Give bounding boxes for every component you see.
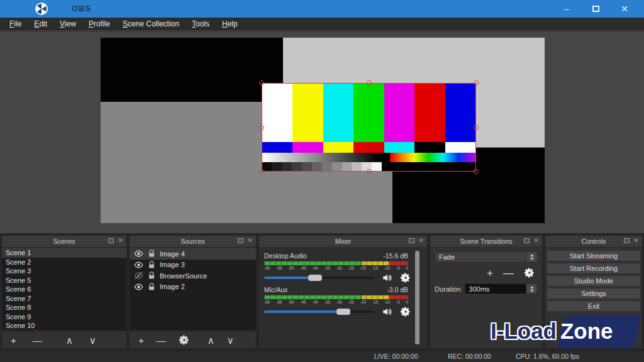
mixer-channel-mic-aux: Mic/Aux -3.0 dB -60-55-50-45-40-35-30-25… <box>264 286 408 315</box>
float-window-icon[interactable] <box>524 238 530 243</box>
settings-button[interactable]: Settings <box>547 288 641 299</box>
sources-panel-title: Sources <box>180 238 205 245</box>
transition-select[interactable]: Fade <box>435 251 538 263</box>
meter-scale: -60-55-50-45-40-35-30-25-20-15-10-50 <box>264 300 408 304</box>
add-source-button[interactable]: + <box>138 336 144 345</box>
remove-scene-button[interactable]: — <box>33 336 42 345</box>
meter-tick-label: -5 <box>396 300 400 304</box>
exit-button[interactable]: Exit <box>547 300 641 312</box>
studio-mode-button[interactable]: Studio Mode <box>547 275 641 287</box>
resize-handle-bottom-right[interactable] <box>474 169 479 174</box>
menu-edit[interactable]: Edit <box>31 18 54 30</box>
menu-scene-collection[interactable]: Scene Collection <box>119 18 186 30</box>
start-streaming-button[interactable]: Start Streaming <box>547 250 641 261</box>
resize-handle-bottom-center[interactable] <box>367 169 372 174</box>
duration-label: Duration <box>435 285 461 293</box>
channel-level-db: -3.0 dB <box>387 286 408 293</box>
visibility-eye-icon[interactable] <box>134 282 143 292</box>
scene-list-item[interactable]: Scene 1 <box>2 248 126 258</box>
remove-source-button[interactable]: — <box>157 336 166 345</box>
close-icon[interactable]: ✕ <box>634 238 639 244</box>
sources-panel-header[interactable]: Sources ✕ <box>130 236 256 248</box>
close-button[interactable]: ✕ <box>610 0 639 18</box>
close-icon[interactable]: ✕ <box>248 238 253 244</box>
float-window-icon[interactable] <box>108 238 114 243</box>
channel-settings-gear-icon[interactable] <box>400 272 411 283</box>
scene-list-item[interactable]: Scene 10 <box>2 321 126 331</box>
meter-tick-label: -45 <box>300 266 306 270</box>
speaker-icon[interactable] <box>381 306 394 317</box>
meter-tick-label: -50 <box>288 266 294 270</box>
channel-settings-gear-icon[interactable] <box>400 306 411 317</box>
float-window-icon[interactable] <box>409 238 414 243</box>
transition-properties-gear-icon[interactable] <box>524 267 535 278</box>
scene-list-item[interactable]: Scene 3 <box>2 266 126 276</box>
duration-spinner[interactable] <box>526 284 537 293</box>
minimize-button[interactable]: – <box>552 0 581 18</box>
mixer-panel-header[interactable]: Mixer ✕ <box>259 236 427 248</box>
meter-tick-label: -45 <box>300 300 306 304</box>
scene-list-item[interactable]: Scene 7 <box>2 294 126 304</box>
resize-handle-top-right[interactable] <box>474 80 479 85</box>
lock-icon[interactable] <box>148 283 155 291</box>
move-scene-up-button[interactable]: ∧ <box>66 336 73 345</box>
maximize-button[interactable] <box>581 0 610 18</box>
source-list-item[interactable]: Image 4 <box>130 248 256 260</box>
resize-handle-mid-right[interactable] <box>474 125 479 130</box>
transitions-panel-header[interactable]: Scene Transitions ✕ <box>430 236 542 248</box>
volume-slider[interactable] <box>264 277 374 279</box>
source-list-item[interactable]: Image 2 <box>130 282 256 293</box>
scene-list-item[interactable]: Scene 6 <box>2 285 126 294</box>
close-icon[interactable]: ✕ <box>118 238 123 244</box>
scene-list-item[interactable]: Scene 9 <box>2 312 126 322</box>
selected-source-test-pattern[interactable] <box>262 83 476 172</box>
move-source-up-button[interactable]: ∧ <box>208 336 214 345</box>
float-window-icon[interactable] <box>624 238 630 243</box>
sources-panel: Sources ✕ Image 4 Image 3 BrowserSource <box>129 235 257 349</box>
chevron-up-icon <box>530 286 534 288</box>
close-icon[interactable]: ✕ <box>419 238 424 244</box>
mixer-scrollbar[interactable] <box>415 251 419 344</box>
float-window-icon[interactable] <box>238 238 243 243</box>
speaker-icon[interactable] <box>381 272 394 283</box>
menu-help[interactable]: Help <box>219 18 245 30</box>
move-source-down-button[interactable]: ∨ <box>227 336 234 345</box>
add-scene-button[interactable]: + <box>11 336 16 345</box>
resize-handle-bottom-left[interactable] <box>259 169 264 174</box>
menu-profile[interactable]: Profile <box>86 18 117 30</box>
source-properties-gear-icon[interactable] <box>179 334 190 346</box>
duration-spinbox[interactable]: 300ms <box>465 283 538 294</box>
visibility-eye-icon[interactable] <box>134 260 143 270</box>
volume-slider-handle[interactable] <box>336 309 350 315</box>
source-list-item[interactable]: BrowserSource <box>130 270 256 282</box>
scene-list-item[interactable]: Scene 8 <box>2 303 126 312</box>
menu-file[interactable]: File <box>6 18 28 30</box>
resize-handle-top-center[interactable] <box>367 80 372 85</box>
move-scene-down-button[interactable]: ∨ <box>89 336 96 345</box>
start-recording-button[interactable]: Start Recording <box>547 263 641 274</box>
chevron-up-icon <box>530 254 534 256</box>
scene-list-item[interactable]: Scene 5 <box>2 276 126 285</box>
visibility-eye-icon[interactable] <box>134 249 143 258</box>
scenes-panel-header[interactable]: Scenes ✕ <box>2 236 126 248</box>
scene-list-item[interactable]: Scene 2 <box>2 258 126 267</box>
source-list-item[interactable]: Image 3 <box>130 260 256 271</box>
rainbow-ramp <box>390 153 475 162</box>
resize-handle-mid-left[interactable] <box>259 125 264 130</box>
controls-panel-header[interactable]: Controls ✕ <box>545 236 642 248</box>
lock-icon[interactable] <box>148 261 155 269</box>
add-transition-button[interactable]: + <box>487 268 493 278</box>
menu-tools[interactable]: Tools <box>189 18 216 30</box>
close-icon[interactable]: ✕ <box>534 238 539 244</box>
lock-icon[interactable] <box>148 272 155 280</box>
volume-meter <box>264 261 408 265</box>
meter-tick-label: -60 <box>264 300 270 304</box>
volume-slider[interactable] <box>264 310 374 313</box>
resize-handle-top-left[interactable] <box>259 80 264 85</box>
lock-icon[interactable] <box>148 250 155 258</box>
remove-transition-button[interactable]: — <box>503 268 514 278</box>
volume-slider-handle[interactable] <box>308 275 322 281</box>
transition-select-spinner[interactable] <box>526 252 537 262</box>
visibility-eye-hidden-icon[interactable] <box>134 271 143 280</box>
menu-view[interactable]: View <box>57 18 83 30</box>
